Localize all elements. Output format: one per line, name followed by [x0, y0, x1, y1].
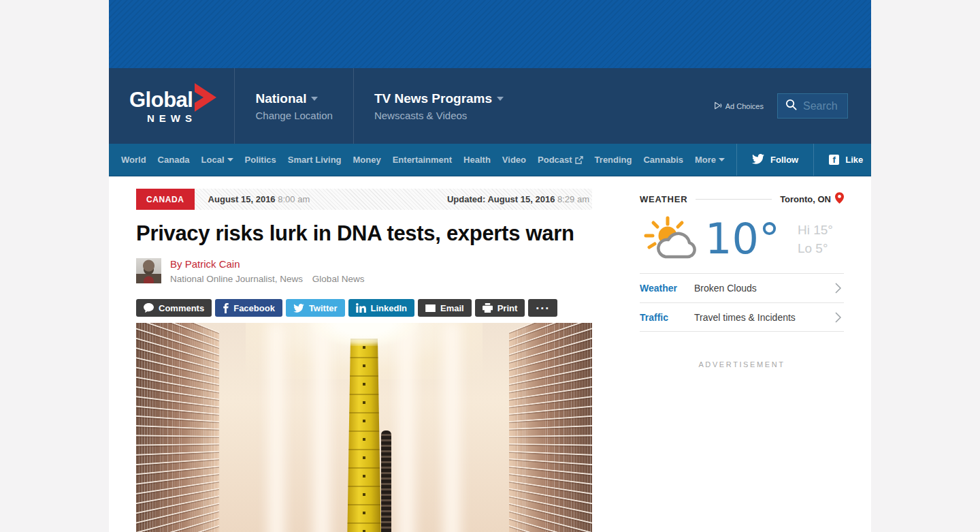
- location-menu-label: National: [255, 91, 306, 106]
- nav-item-label: Health: [463, 155, 491, 165]
- photo-light: [310, 323, 419, 346]
- twitter-button[interactable]: Twitter: [286, 299, 345, 317]
- top-ad-banner: [109, 0, 871, 68]
- nav-item-world[interactable]: World: [121, 155, 146, 165]
- share-label: Print: [497, 303, 518, 313]
- chevron-right-icon: [835, 312, 841, 323]
- like-label: Like: [845, 155, 863, 165]
- share-label: Email: [440, 303, 464, 313]
- nav-items: WorldCanadaLocalPoliticsSmart LivingMone…: [121, 144, 736, 176]
- chevron-right-icon: [835, 283, 841, 294]
- photo-ladder: [381, 431, 391, 532]
- hi-lo-temps: Hi 15° Lo 5°: [798, 221, 833, 257]
- article-meta-strip: CANADA August 15, 2016 8:00 am Updated: …: [136, 189, 592, 210]
- email-icon: [425, 304, 436, 312]
- print-icon: [483, 303, 493, 313]
- author-role-text: National Online Journalist, News: [170, 274, 303, 284]
- follow-label: Follow: [770, 155, 798, 165]
- tv-news-programs-menu[interactable]: TV News Programs Newscasts & Videos: [354, 68, 524, 144]
- sidebar-link-value: Travel times & Incidents: [694, 312, 796, 323]
- caret-down-icon: [719, 158, 725, 161]
- photo-glow: [314, 323, 330, 532]
- nav-item-trending[interactable]: Trending: [595, 155, 632, 165]
- nav-item-label: Canada: [158, 155, 190, 165]
- caret-down-icon: [227, 158, 233, 161]
- chevron-down-icon: [311, 97, 318, 101]
- nav-social: Follow f Like: [736, 144, 878, 176]
- author-role: National Online Journalist, News Global …: [170, 274, 364, 284]
- facebook-button[interactable]: Facebook: [215, 299, 282, 317]
- photo-left-shelves: [136, 323, 219, 532]
- weather-header: WEATHER Toronto, ON: [640, 192, 844, 206]
- nav-item-label: Smart Living: [288, 155, 342, 165]
- photo-glow: [444, 323, 460, 532]
- twitter-icon: [293, 304, 304, 313]
- location-menu[interactable]: National Change Location: [235, 68, 353, 144]
- nav-item-cannabis[interactable]: Cannabis: [643, 155, 683, 165]
- content: CANADA August 15, 2016 8:00 am Updated: …: [109, 176, 871, 532]
- chevron-down-icon: [497, 97, 504, 101]
- nav-item-smart-living[interactable]: Smart Living: [288, 155, 342, 165]
- category-badge[interactable]: CANADA: [136, 189, 195, 210]
- sidebar-link-traffic[interactable]: TrafficTravel times & Incidents: [640, 302, 844, 332]
- nav-item-more[interactable]: More: [695, 155, 725, 165]
- nav-item-label: Trending: [595, 155, 632, 165]
- nav-item-politics[interactable]: Politics: [245, 155, 276, 165]
- nav-item-label: Entertainment: [393, 155, 452, 165]
- nav-item-money[interactable]: Money: [353, 155, 381, 165]
- linkedin-button[interactable]: LinkedIn: [348, 299, 414, 317]
- search-input[interactable]: Search: [777, 93, 848, 119]
- share-label: Comments: [159, 303, 204, 313]
- current-weather: 10° Hi 15° Lo 5°: [640, 214, 844, 264]
- sun-cloud-icon: [640, 215, 701, 264]
- masthead-right: Ad Choices Search: [714, 68, 871, 144]
- print-button[interactable]: Print: [475, 299, 525, 317]
- twitter-follow-button[interactable]: Follow: [737, 144, 813, 176]
- tv-news-programs-label: TV News Programs: [374, 91, 492, 106]
- nav-item-local[interactable]: Local: [201, 155, 233, 165]
- sidebar-link-label: Weather: [640, 283, 694, 294]
- nav-item-label: Video: [502, 155, 526, 165]
- photo-yellow-column: [347, 339, 381, 532]
- primary-nav: WorldCanadaLocalPoliticsSmart LivingMone…: [109, 144, 871, 176]
- byline: By Patrick Cain National Online Journali…: [136, 258, 592, 284]
- published-date-text: August 15, 2016: [208, 194, 276, 204]
- share-label: Twitter: [309, 303, 338, 313]
- comments-button[interactable]: Comments: [136, 299, 212, 317]
- ad-choices-label: Ad Choices: [725, 102, 764, 110]
- article: CANADA August 15, 2016 8:00 am Updated: …: [136, 176, 592, 532]
- email-button[interactable]: Email: [418, 299, 472, 317]
- sidebar-link-weather[interactable]: WeatherBroken Clouds: [640, 273, 844, 302]
- nav-item-canada[interactable]: Canada: [158, 155, 190, 165]
- nav-item-label: Politics: [245, 155, 276, 165]
- weather-section-label: WEATHER: [640, 194, 687, 204]
- nav-item-health[interactable]: Health: [463, 155, 491, 165]
- location-pin-icon: [835, 192, 844, 206]
- share-label: Facebook: [233, 303, 275, 313]
- weather-divider-line: [696, 199, 772, 200]
- nav-item-podcast[interactable]: Podcast: [538, 155, 583, 165]
- updated-label: Updated:: [447, 194, 485, 204]
- more-share-button[interactable]: ...: [528, 299, 557, 317]
- facebook-like-button[interactable]: f Like: [814, 144, 878, 176]
- comment-icon: [144, 303, 154, 313]
- global-news-logo[interactable]: Global NEWS: [109, 68, 234, 144]
- author-org: Global News: [312, 274, 365, 284]
- advertisement-label: ADVERTISEMENT: [640, 360, 844, 369]
- photo-glow: [398, 323, 414, 532]
- external-link-icon: [575, 156, 583, 164]
- author-link[interactable]: By Patrick Cain: [170, 258, 364, 270]
- nav-item-entertainment[interactable]: Entertainment: [393, 155, 452, 165]
- search-placeholder: Search: [803, 100, 838, 112]
- logo-text-global: Global: [129, 89, 193, 112]
- ad-choices-link[interactable]: Ad Choices: [714, 101, 764, 111]
- weather-location[interactable]: Toronto, ON: [780, 192, 844, 206]
- newscasts-videos-link[interactable]: Newscasts & Videos: [374, 110, 504, 121]
- sidebar: WEATHER Toronto, ON: [640, 176, 844, 532]
- facebook-icon: [223, 303, 229, 313]
- published-date: August 15, 2016 8:00 am: [208, 194, 310, 204]
- updated-time: 8:29 am: [557, 194, 589, 204]
- nav-item-label: Local: [201, 155, 225, 165]
- change-location-link[interactable]: Change Location: [255, 110, 332, 121]
- nav-item-video[interactable]: Video: [502, 155, 526, 165]
